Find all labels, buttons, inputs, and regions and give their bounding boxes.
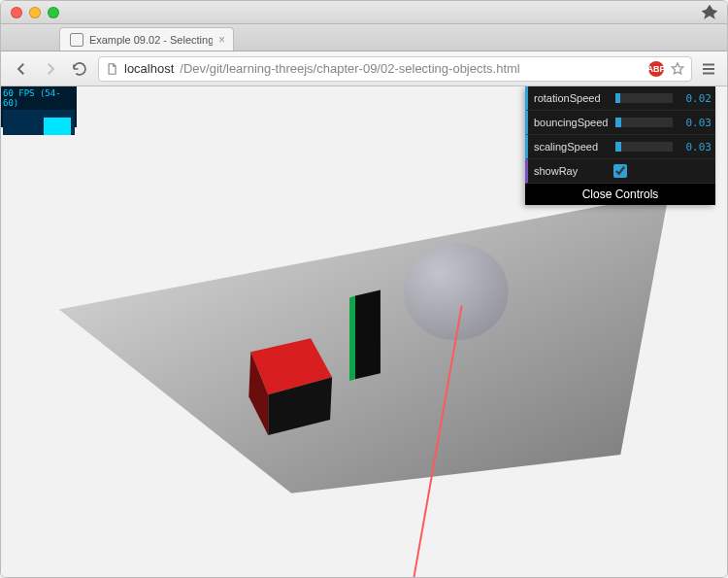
url-host: localhost	[124, 61, 174, 76]
gui-label: showRay	[534, 165, 610, 177]
gui-label: bouncingSpeed	[534, 117, 610, 128]
slider-rotation-speed[interactable]	[615, 93, 673, 103]
reload-button[interactable]	[69, 58, 90, 80]
hamburger-menu-icon[interactable]	[700, 60, 717, 78]
tab-favicon	[70, 33, 83, 47]
gui-row-bouncing-speed[interactable]: bouncingSpeed 0.03	[525, 111, 715, 135]
gray-sphere[interactable]	[404, 244, 509, 341]
svg-marker-3	[355, 289, 381, 379]
bookmark-star-icon[interactable]	[670, 61, 685, 77]
gui-row-rotation-speed[interactable]: rotationSpeed 0.02	[525, 86, 715, 111]
threejs-canvas[interactable]: 60 FPS (54-60) rotationSpeed 0.02 bounci…	[1, 86, 727, 578]
abp-badge-icon[interactable]: ABP	[648, 61, 664, 77]
tab-strip: Example 09.02 - Selecting ×	[1, 24, 727, 51]
green-cylinder[interactable]	[349, 289, 381, 381]
fps-text: 60 FPS (54-60)	[3, 88, 75, 108]
gui-label: scalingSpeed	[534, 141, 610, 153]
gui-row-scaling-speed[interactable]: scalingSpeed 0.03	[525, 135, 715, 159]
url-path: /Dev/git/learning-threejs/chapter-09/02-…	[180, 61, 519, 76]
svg-marker-4	[349, 295, 355, 381]
gui-value: 0.03	[678, 117, 711, 129]
gui-row-show-ray[interactable]: showRay	[525, 159, 715, 184]
address-bar[interactable]: localhost /Dev/git/learning-threejs/chap…	[98, 56, 692, 82]
browser-toolbar: localhost /Dev/git/learning-threejs/chap…	[1, 51, 727, 86]
window-maximize-dot[interactable]	[48, 7, 59, 18]
checkbox-show-ray[interactable]	[613, 164, 627, 178]
close-tab-icon[interactable]: ×	[218, 33, 225, 47]
slider-scaling-speed[interactable]	[615, 142, 673, 152]
mac-titlebar	[1, 1, 727, 24]
gui-label: rotationSpeed	[534, 92, 610, 104]
tab-title: Example 09.02 - Selecting	[89, 34, 213, 46]
page-icon	[105, 62, 118, 76]
gui-value: 0.02	[678, 92, 711, 105]
gui-value: 0.03	[678, 141, 711, 153]
fps-graph	[3, 110, 75, 135]
dat-gui-panel: rotationSpeed 0.02 bouncingSpeed 0.03 sc…	[525, 86, 715, 205]
window-close-dot[interactable]	[11, 7, 22, 18]
browser-tab[interactable]: Example 09.02 - Selecting ×	[59, 27, 234, 51]
window-minimize-dot[interactable]	[29, 7, 41, 18]
slider-bouncing-speed[interactable]	[615, 118, 673, 127]
forward-button[interactable]	[40, 58, 61, 80]
fps-stats[interactable]: 60 FPS (54-60)	[1, 86, 77, 127]
chrome-incognito-icon	[700, 3, 719, 22]
gui-close-button[interactable]: Close Controls	[525, 184, 715, 205]
back-button[interactable]	[11, 58, 32, 80]
